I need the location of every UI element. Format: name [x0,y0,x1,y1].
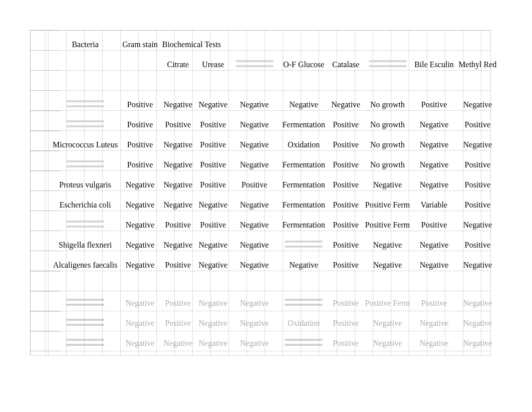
gram-cell: Negative [120,195,160,215]
mr-cell: Negative [456,333,499,353]
catalase-cell: Positive [329,333,363,353]
blank-cell [51,55,120,75]
gram-cell: Negative [120,255,160,275]
mr-cell: Negative [456,293,499,313]
catalase-cell: Positive [329,155,363,175]
citrate-cell: Negative [160,95,196,115]
redacted-cell-icon [63,159,107,168]
bacteria-cell [51,313,120,333]
col7-cell: Negative [363,255,412,275]
col4-cell: Positive [230,175,279,195]
redacted-cell-icon [63,119,107,128]
col4-cell: Negative [230,235,279,255]
col-urease-header: Urease [196,55,230,75]
of-glucose-cell: Fermentation [279,175,329,195]
col7-cell: No growth [363,155,412,175]
mr-cell: Negative [456,135,499,155]
of-glucose-cell: Negative [279,95,329,115]
mr-cell: Negative [456,313,499,333]
bacteria-cell [51,115,120,135]
blank-cell [51,275,499,293]
bacteria-cell: Proteus vulgaris [51,175,120,195]
catalase-cell: Positive [329,255,363,275]
col4-cell: Negative [230,155,279,175]
col4-cell: Negative [230,313,279,333]
citrate-cell: Positive [160,215,196,235]
catalase-cell: Positive [329,235,363,255]
redacted-col-header-icon [366,59,410,68]
of-glucose-cell: Fermentation [279,215,329,235]
table-body: PositiveNegativeNegativeNegativeNegative… [51,95,499,353]
catalase-cell: Positive [329,135,363,155]
redacted-cell-icon [63,99,107,108]
mr-cell: Negative [456,95,499,115]
table-row: NegativeNegativeNegativeNegativePositive… [51,333,499,353]
col7-cell: No growth [363,115,412,135]
gram-cell: Negative [120,235,160,255]
bile-cell: Positive [412,293,456,313]
col-obscured-header-2 [363,55,412,75]
col7-cell: Negative [363,313,412,333]
bile-cell: Negative [412,115,456,135]
table-row: PositiveNegativeNegativeNegativeNegative… [51,95,499,115]
of-glucose-cell: Fermentation [279,195,329,215]
bacteria-cell [51,95,120,115]
table-row: NegativePositivePositiveNegativeFermenta… [51,215,499,235]
blank-cell [120,55,160,75]
catalase-cell: Positive [329,175,363,195]
gram-cell: Positive [120,135,160,155]
col4-cell: Negative [230,95,279,115]
catalase-cell: Positive [329,313,363,333]
mr-cell: Positive [456,195,499,215]
bacteria-cell [51,155,120,175]
urease-cell: Negative [196,333,230,353]
bile-cell: Negative [412,255,456,275]
bile-cell: Negative [412,175,456,195]
col-catalase-header: Catalase [329,55,363,75]
bile-cell: Positive [412,215,456,235]
bile-cell: Positive [412,95,456,115]
citrate-cell: Negative [160,155,196,175]
bacteria-cell: Escherichia coli [51,195,120,215]
of-glucose-cell [279,293,329,313]
urease-cell: Positive [196,115,230,135]
mr-cell: Positive [456,115,499,135]
catalase-cell: Positive [329,215,363,235]
blank-cell [51,75,499,95]
redacted-cell-icon [63,220,107,229]
header-row-2: Citrate Urease O-F Glucose Catalase Bile… [51,55,499,75]
citrate-cell: Positive [160,313,196,333]
of-glucose-cell: Fermentation [279,155,329,175]
redacted-cell-icon [63,338,107,347]
of-glucose-cell: Oxidation [279,313,329,333]
citrate-cell: Negative [160,195,196,215]
col7-cell: No growth [363,135,412,155]
urease-cell: Positive [196,215,230,235]
urease-cell: Negative [196,95,230,115]
gram-cell: Negative [120,175,160,195]
bacteria-cell: Shigella flexneri [51,235,120,255]
col-citrate-header: Citrate [160,55,196,75]
table-row: NegativePositiveNegativeNegativePositive… [51,293,499,313]
gram-cell: Negative [120,313,160,333]
urease-cell: Positive [196,175,230,195]
urease-cell: Negative [196,195,230,215]
catalase-cell: Positive [329,115,363,135]
table-row: NegativePositiveNegativeNegativeOxidatio… [51,313,499,333]
col4-cell: Negative [230,215,279,235]
table-head: Bacteria Gram stain Biochemical Tests Ci… [51,35,499,95]
citrate-cell: Positive [160,255,196,275]
table-row: Micrococcus LuteusPositiveNegativePositi… [51,135,499,155]
gram-cell: Negative [120,215,160,235]
col-bile-esculin-header: Bile Esculin [412,55,456,75]
bacteria-cell: Alcaligenes faecalis [51,255,120,275]
col4-cell: Negative [230,255,279,275]
citrate-cell: Positive [160,115,196,135]
bile-cell: Negative [412,135,456,155]
col4-cell: Negative [230,195,279,215]
mr-cell: Positive [456,235,499,255]
col-gram-stain-header: Gram stain [120,35,160,55]
citrate-cell: Negative [160,175,196,195]
urease-cell: Positive [196,135,230,155]
col7-cell: Negative [363,175,412,195]
